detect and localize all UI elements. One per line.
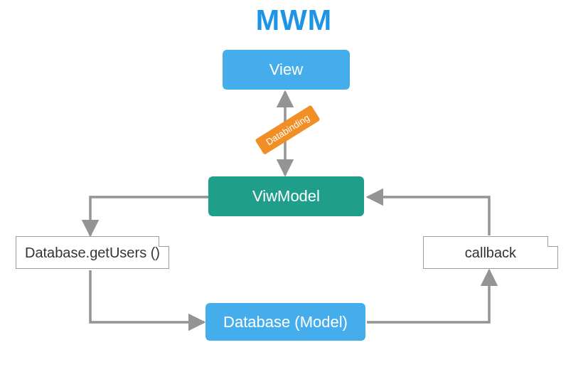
arrow-callback-to-viewmodel [368,197,489,235]
databinding-tag: Databinding [255,105,320,155]
databinding-tag-label: Databinding [264,112,311,147]
node-callback-label: callback [465,245,516,261]
node-view-label: View [269,60,303,79]
arrow-database-to-callback [367,270,489,322]
node-database-label: Database (Model) [223,313,348,331]
node-callback: callback [423,236,558,269]
diagram-title: MWM [0,4,588,36]
node-viewmodel: ViwModel [208,176,364,216]
node-database: Database (Model) [205,303,365,341]
node-viewmodel-label: ViwModel [252,187,320,206]
arrow-getusers-to-database [90,270,204,322]
node-view: View [223,50,350,90]
arrow-viewmodel-to-getusers [90,197,208,235]
node-getusers: Database.getUsers () [16,236,169,269]
node-getusers-label: Database.getUsers () [25,245,160,261]
